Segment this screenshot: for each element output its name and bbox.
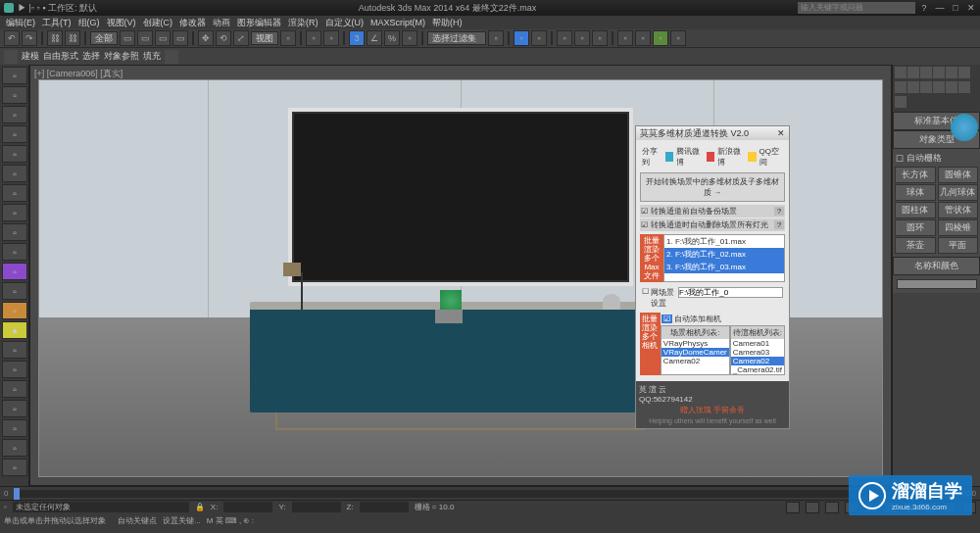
scale-icon[interactable]: ⤢	[233, 30, 249, 46]
cat1-icon[interactable]	[895, 81, 906, 93]
cam-item[interactable]: Camera02	[662, 357, 729, 365]
modify-tab-icon[interactable]	[907, 67, 919, 78]
object-color-swatch[interactable]	[897, 279, 977, 289]
ltool-18-icon[interactable]: ▫	[2, 400, 27, 417]
ltool-16-icon[interactable]: ▫	[2, 361, 27, 378]
undo-icon[interactable]: ↶	[4, 30, 20, 46]
help1-icon[interactable]: ?	[774, 207, 784, 216]
tencent-weibo-icon[interactable]	[665, 152, 674, 162]
select-name-icon[interactable]: ▭	[137, 30, 153, 46]
hierarchy-tab-icon[interactable]	[920, 67, 932, 78]
setkey-label[interactable]: 设置关键...	[163, 515, 201, 526]
ltool-11-icon[interactable]: ▫	[2, 263, 27, 280]
material-editor-icon[interactable]: ▫	[592, 30, 608, 46]
cam-item[interactable]: Camera01	[731, 339, 784, 348]
link-icon[interactable]: ⛓	[47, 30, 63, 46]
prim-teapot[interactable]: 茶壶	[895, 237, 936, 254]
ltool-21-icon[interactable]: ▫	[2, 459, 27, 476]
backup-checkbox[interactable]: ☑	[641, 207, 648, 216]
autogrid-checkbox[interactable]: ☐	[896, 154, 904, 164]
share-tencent[interactable]: 腾讯微博	[676, 146, 704, 168]
utilities-tab-icon[interactable]	[958, 67, 970, 78]
cam-item[interactable]: VRayDomeCamer	[662, 348, 729, 357]
y-field[interactable]	[292, 502, 341, 512]
menu-custom[interactable]: 自定义(U)	[323, 17, 367, 29]
netscene-checkbox[interactable]: ☐	[642, 287, 649, 309]
prim-cyl[interactable]: 圆柱体	[895, 202, 936, 218]
menu-animation[interactable]: 动画	[211, 17, 232, 29]
menu-render[interactable]: 渲染(R)	[286, 17, 320, 29]
ltool-20-icon[interactable]: ▫	[2, 439, 27, 457]
ribbon-tab-modeling[interactable]: 建模	[22, 50, 39, 63]
select-region-icon[interactable]: ▭	[155, 30, 171, 46]
file-item[interactable]: 3. F:\我的工作_03.max	[664, 261, 784, 273]
close-icon[interactable]: ✕	[966, 3, 976, 13]
menu-graph[interactable]: 图形编辑器	[235, 17, 283, 29]
layer-icon[interactable]: ▫	[531, 30, 547, 46]
render-icon[interactable]: ▫	[653, 30, 668, 46]
file-item[interactable]: 2. F:\我的工作_02.max	[664, 248, 784, 261]
autokey-button[interactable]	[786, 502, 800, 513]
ltool-12-icon[interactable]: ▫	[2, 282, 27, 300]
selection-filter[interactable]: 全部	[90, 31, 118, 45]
prim-cone[interactable]: 圆锥体	[938, 167, 979, 183]
timeline[interactable]: 0 0 / 100	[0, 486, 980, 500]
pivot-icon[interactable]: ▫	[280, 30, 296, 46]
autokey-label[interactable]: 自动关键点	[118, 515, 157, 526]
cat5-icon[interactable]	[946, 81, 957, 93]
ribbon-tab-freeform[interactable]: 自由形式	[43, 50, 78, 63]
render-frame-icon[interactable]: ▫	[635, 30, 651, 46]
angle-snap-icon[interactable]: ∠	[367, 30, 382, 46]
ltool-6-icon[interactable]: ▫	[2, 165, 27, 182]
help-icon[interactable]: ?	[919, 3, 929, 13]
selection-set-icon[interactable]: ▫	[306, 30, 321, 46]
help-search-input[interactable]: 输入关键字或问题	[798, 2, 915, 14]
goto-start-icon[interactable]	[806, 502, 819, 513]
ltool-14-icon[interactable]: ●	[2, 321, 27, 339]
render-prod-icon[interactable]: ▫	[670, 30, 686, 46]
mirror2-icon[interactable]: ▫	[488, 30, 504, 46]
schematic-icon[interactable]: ▫	[574, 30, 590, 46]
window-crossing-icon[interactable]: ▭	[172, 30, 188, 46]
workspace-selector[interactable]: ▶ |▫ ▫ ▪ 工作区: 默认	[18, 2, 97, 15]
time-slider[interactable]	[14, 490, 946, 498]
cam-item[interactable]: _Camera02.tif	[731, 365, 784, 374]
ribbon-more-icon[interactable]	[165, 50, 178, 64]
cam-item[interactable]: Camera03	[731, 348, 784, 357]
chat-bubble-icon[interactable]	[951, 114, 978, 141]
ltool-19-icon[interactable]: ▫	[2, 419, 27, 437]
prim-pyramid[interactable]: 四棱锥	[938, 219, 979, 236]
ltool-17-icon[interactable]: ▫	[2, 380, 27, 398]
ime-status[interactable]: M 英 ⌨ , ⊕ :	[207, 515, 254, 526]
ltool-10-icon[interactable]: ▫	[2, 243, 27, 261]
prim-box[interactable]: 长方体	[895, 167, 936, 183]
minimize-icon[interactable]: —	[935, 3, 945, 13]
spinner-snap-icon[interactable]: ▫	[402, 30, 417, 46]
ltool-5-icon[interactable]: ▫	[2, 145, 27, 163]
ribbon-tab-fill[interactable]: 填充	[143, 50, 161, 63]
prim-plane[interactable]: 平面	[938, 237, 979, 254]
ltool-4-icon[interactable]: ▫	[2, 125, 27, 143]
menu-edit[interactable]: 编辑(E)	[4, 17, 37, 29]
dialog-close-icon[interactable]: ✕	[777, 128, 785, 138]
menu-group[interactable]: 组(G)	[76, 17, 102, 29]
cat3-icon[interactable]	[920, 81, 932, 93]
menu-help[interactable]: 帮助(H)	[430, 17, 465, 29]
z-field[interactable]	[360, 502, 409, 512]
ribbon-tab-objref[interactable]: 对象参照	[104, 50, 139, 63]
prim-torus[interactable]: 圆环	[895, 219, 936, 236]
cam-item[interactable]: Camera02	[731, 357, 784, 365]
prev-frame-icon[interactable]	[825, 502, 839, 513]
menu-maxscript[interactable]: MAXScript(M)	[368, 18, 427, 27]
cat7-icon[interactable]	[895, 96, 906, 108]
ribbon-tab-select[interactable]: 选择	[82, 50, 100, 63]
name-color-rollout[interactable]: 名称和颜色	[893, 257, 980, 275]
align-icon[interactable]: ▫	[514, 30, 529, 46]
file-list[interactable]: 1. F:\我的工作_01.max 2. F:\我的工作_02.max 3. F…	[663, 234, 785, 282]
share-sina[interactable]: 新浪微博	[717, 146, 745, 168]
snap-icon[interactable]: 3	[349, 30, 365, 46]
prim-geosphere[interactable]: 几何球体	[938, 184, 979, 201]
mirror-icon[interactable]: ▫	[323, 30, 339, 46]
dellight-checkbox[interactable]: ☑	[641, 220, 648, 229]
menu-tools[interactable]: 工具(T)	[40, 17, 74, 29]
